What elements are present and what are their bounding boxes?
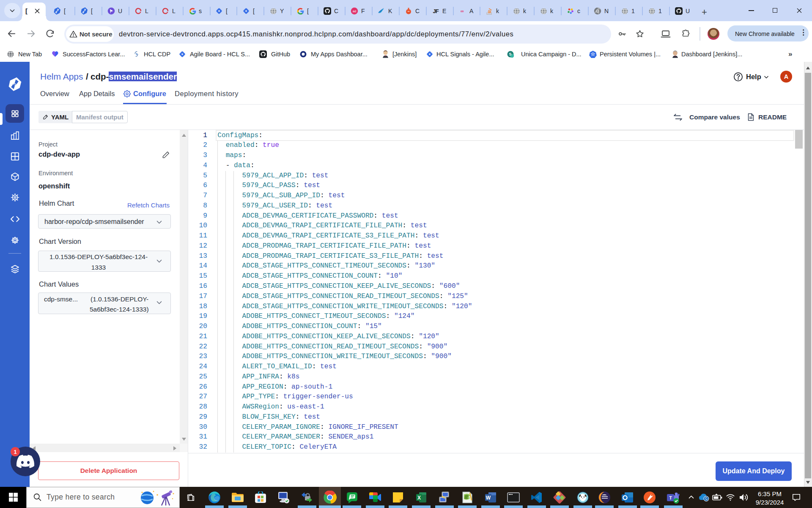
svg-text:X: X	[417, 495, 421, 501]
svg-text:T: T	[669, 495, 672, 500]
svg-text:S: S	[509, 52, 511, 56]
svg-text:ad: ad	[353, 9, 356, 13]
svg-text:∞: ∞	[461, 8, 464, 14]
svg-text:W: W	[486, 495, 491, 501]
